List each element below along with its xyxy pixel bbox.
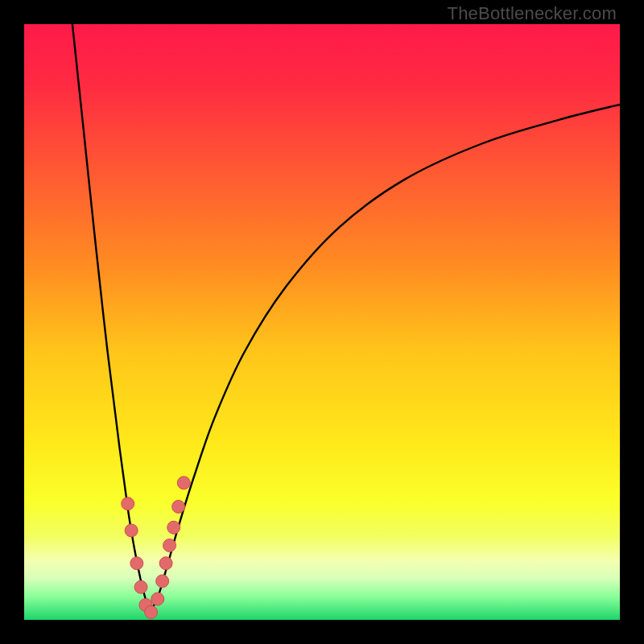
- marker-dot: [134, 580, 147, 593]
- plot-area: [24, 24, 620, 620]
- marker-dot: [163, 539, 176, 552]
- marker-dot: [130, 557, 143, 570]
- marker-dot: [177, 477, 190, 489]
- marker-dot: [151, 592, 164, 605]
- marker-dot: [156, 575, 169, 588]
- curve-right-branch: [149, 105, 620, 614]
- marker-dot: [125, 524, 138, 537]
- marker-dot: [172, 500, 185, 513]
- chart-frame: TheBottlenecker.com: [0, 0, 644, 644]
- bottleneck-curve: [24, 24, 620, 620]
- marker-dot: [145, 605, 158, 618]
- marker-dot: [159, 557, 172, 570]
- marker-dot: [167, 521, 180, 534]
- curve-left-branch: [72, 24, 149, 614]
- watermark-text: TheBottlenecker.com: [448, 3, 617, 24]
- optimal-region-markers: [122, 477, 191, 619]
- marker-dot: [122, 497, 134, 510]
